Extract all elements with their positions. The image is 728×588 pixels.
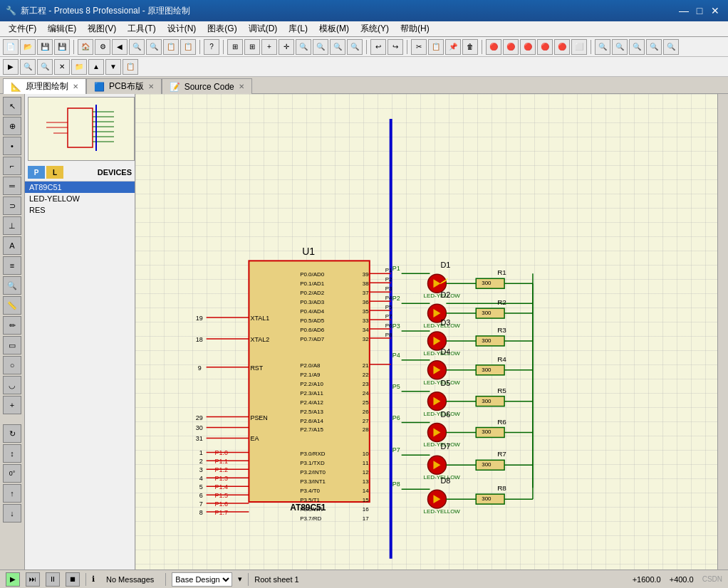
wire-tool[interactable]: ⌐ [3, 157, 21, 175]
component-tool[interactable]: ⊕ [3, 117, 21, 135]
tool16[interactable]: 🔍 [595, 39, 610, 55]
save-btn[interactable]: 💾 [37, 39, 53, 55]
tool8[interactable]: + [261, 39, 277, 55]
base-design-select[interactable]: Base Design [172, 572, 232, 587]
cut-btn[interactable]: ✂ [411, 39, 427, 55]
tool5[interactable]: 📋 [180, 39, 196, 55]
menu-item-l[interactable]: 库(L) [283, 21, 313, 36]
select-tool[interactable]: ↖ [3, 97, 21, 115]
plus-tool[interactable]: + [3, 396, 21, 414]
menu-item-y[interactable]: 系统(Y) [355, 21, 395, 36]
power-tool[interactable]: ⊥ [3, 216, 21, 235]
menu-item-g[interactable]: 图表(G) [202, 21, 242, 36]
draw-tool[interactable]: ✏ [3, 316, 21, 335]
close-button[interactable]: ✕ [708, 4, 722, 18]
canvas-area[interactable]: U1 19 XTAL1 18 XTAL2 9 RST 29 PSEN 30 31… [135, 94, 717, 569]
step-button[interactable]: ⏭ [26, 572, 40, 587]
left-btn[interactable]: ◀ [112, 39, 128, 55]
down-tool[interactable]: ↓ [3, 504, 21, 523]
menu-item-e[interactable]: 编辑(E) [42, 21, 82, 36]
bus-tool[interactable]: ═ [3, 177, 21, 195]
paste-btn[interactable]: 📌 [445, 39, 461, 55]
open-btn[interactable]: 📂 [20, 39, 36, 55]
tool2[interactable]: 🔍 [129, 39, 145, 55]
tab-sourcecode[interactable]: 📝 Source Code ✕ [162, 78, 252, 94]
tool17[interactable]: 🔍 [612, 39, 628, 55]
menu-item-h[interactable]: 帮助(H) [395, 21, 435, 36]
search-tool[interactable]: 🔍 [3, 276, 21, 295]
svg-text:300: 300 [482, 337, 492, 344]
tool14[interactable]: 🔴 [554, 39, 570, 55]
tool6[interactable]: ? [204, 39, 219, 55]
text-tool[interactable]: A [3, 236, 21, 255]
tool9[interactable]: ✛ [279, 39, 294, 55]
home-btn[interactable]: 🏠 [78, 39, 93, 55]
l-button[interactable]: L [46, 166, 63, 179]
tool10[interactable]: 🔴 [486, 39, 501, 55]
tab-schematic-close[interactable]: ✕ [73, 83, 78, 90]
tool21[interactable]: ▶ [3, 59, 19, 75]
tab-pcb[interactable]: 🟦 PCB布版 ✕ [86, 78, 162, 94]
copy-btn[interactable]: 📋 [428, 39, 444, 55]
measure-tool[interactable]: 📏 [3, 296, 21, 315]
tool27[interactable]: ▼ [105, 59, 121, 75]
port-tool[interactable]: ⊃ [3, 196, 21, 215]
tool12[interactable]: 🔴 [520, 39, 536, 55]
rotate-tool[interactable]: ↻ [3, 424, 21, 443]
menu-item-d[interactable]: 调试(D) [243, 21, 284, 36]
circle-tool[interactable]: ○ [3, 356, 21, 374]
tool15[interactable]: ⬜ [571, 39, 587, 55]
tab-pcb-close[interactable]: ✕ [148, 83, 154, 90]
tab-schematic[interactable]: 📐 原理图绘制 ✕ [3, 78, 86, 94]
undo-btn[interactable]: ↩ [370, 39, 386, 55]
menu-item-f[interactable]: 文件(F) [3, 21, 42, 36]
device-item-res[interactable]: RES [25, 204, 135, 216]
tool26[interactable]: ▲ [88, 59, 104, 75]
minimize-button[interactable]: — [677, 4, 691, 18]
p-button[interactable]: P [28, 166, 45, 179]
redo-btn[interactable]: ↪ [388, 39, 403, 55]
grid-btn[interactable]: ⊞ [227, 39, 243, 55]
tool13[interactable]: 🔴 [537, 39, 553, 55]
tool23[interactable]: 🔍 [37, 59, 53, 75]
svg-text:P1.0: P1.0 [215, 449, 228, 456]
delete-btn[interactable]: 🗑 [462, 39, 478, 55]
net-tool[interactable]: ≡ [3, 256, 21, 275]
save-all-btn[interactable]: 💾 [54, 39, 70, 55]
tab-sourcecode-close[interactable]: ✕ [239, 83, 244, 90]
zoom-fit-btn[interactable]: 🔍 [330, 39, 345, 55]
tool25[interactable]: 📁 [71, 59, 87, 75]
menu-item-n[interactable]: 设计(N) [162, 21, 202, 36]
zoom-area-btn[interactable]: 🔍 [347, 39, 363, 55]
zoom-out-btn[interactable]: 🔍 [313, 39, 328, 55]
play-button[interactable]: ▶ [6, 572, 20, 587]
menu-item-t[interactable]: 工具(T) [122, 21, 161, 36]
menu-item-m[interactable]: 模板(M) [313, 21, 355, 36]
zoom-in-btn[interactable]: 🔍 [296, 39, 311, 55]
tool11[interactable]: 🔴 [503, 39, 519, 55]
tool24[interactable]: ✕ [54, 59, 70, 75]
flip-tool[interactable]: ↕ [3, 444, 21, 463]
arc-tool[interactable]: ◡ [3, 376, 21, 394]
tool3[interactable]: 🔍 [146, 39, 162, 55]
tool22[interactable]: 🔍 [20, 59, 36, 75]
tool18[interactable]: 🔍 [629, 39, 645, 55]
new-btn[interactable]: 📄 [3, 39, 19, 55]
rect-tool[interactable]: ▭ [3, 336, 21, 355]
maximize-button[interactable]: □ [692, 4, 707, 18]
menu-item-v[interactable]: 视图(V) [82, 21, 122, 36]
device-item-at89c51[interactable]: AT89C51 [25, 182, 135, 193]
stop-button[interactable]: ⏹ [66, 572, 80, 587]
junction-tool[interactable]: • [3, 137, 21, 155]
tool20[interactable]: 🔍 [663, 39, 679, 55]
device-item-led[interactable]: LED-YELLOW [25, 193, 135, 204]
tool4[interactable]: 📋 [163, 39, 179, 55]
pause-button[interactable]: ⏸ [46, 572, 60, 587]
tool1[interactable]: ⚙ [95, 39, 110, 55]
svg-text:D1: D1 [440, 261, 450, 269]
svg-text:R3: R3 [497, 326, 506, 334]
tool7[interactable]: ⊞ [244, 39, 260, 55]
up-tool[interactable]: ↑ [3, 484, 21, 503]
tool28[interactable]: 📋 [123, 59, 138, 75]
tool19[interactable]: 🔍 [646, 39, 662, 55]
